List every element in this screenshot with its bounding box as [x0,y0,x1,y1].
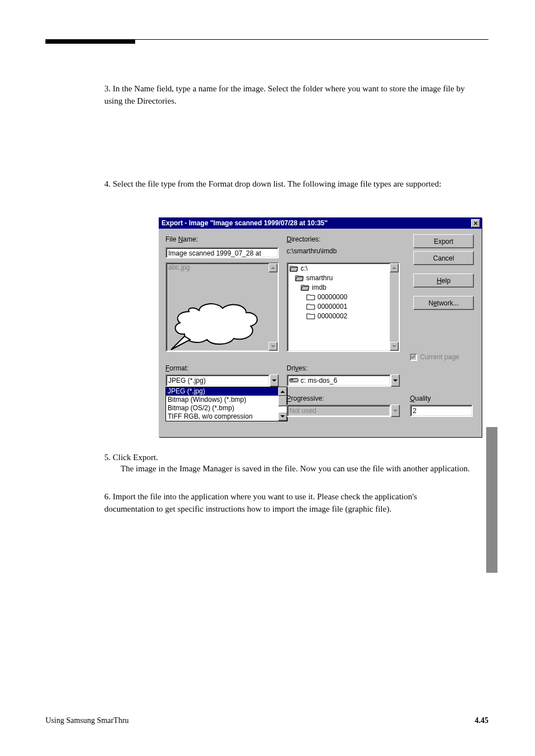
drive-icon [289,377,298,384]
current-page-label: Current page [420,353,459,361]
body-paragraph-4: The image in the Image Manager is saved … [121,463,485,475]
body-paragraph-1: 3. In the Name field, type a name for th… [104,83,469,108]
scroll-thumb[interactable] [278,396,287,406]
drives-label: Drives: [287,364,307,372]
directory-item-label: 00000002 [317,312,347,320]
quality-input[interactable]: 2 [410,405,473,417]
export-button[interactable]: Export [413,234,474,248]
filename-label: File Name: [165,235,198,243]
scroll-down-icon [269,342,278,351]
folder-icon [306,293,315,300]
directory-item[interactable]: 00000000 [288,292,399,302]
svg-rect-1 [290,379,293,381]
file-listbox[interactable]: abc.jpg [165,262,279,352]
format-label: Format: [165,364,188,372]
directory-listbox[interactable]: c:\smarthruimdb000000000000000100000002 [287,262,400,352]
format-option[interactable]: JPEG (*.jpg) [166,387,287,396]
scroll-down-icon [390,342,399,351]
directory-item[interactable]: 00000002 [288,311,399,321]
network-button[interactable]: Network... [413,296,474,310]
scroll-track [390,272,399,342]
folder-icon [306,312,315,319]
drive-value: c: ms-dos_6 [301,377,337,384]
chevron-down-icon [391,405,400,417]
dialog-title: Export - Image "Image scanned 1999/07/28… [162,219,471,227]
close-icon[interactable]: ✕ [471,219,480,228]
current-page-checkbox: Current page [410,353,459,361]
quality-label: Quality [410,395,431,402]
format-select[interactable]: JPEG (*.jpg) [165,374,279,387]
filename-input[interactable]: Image scanned 1999_07_28 at [165,247,279,258]
format-dropdown-list[interactable]: JPEG (*.jpg) Bitmap (Windows) (*.bmp) Bi… [165,387,288,421]
footer-left: Using Samsung SmarThru [45,716,129,725]
format-option[interactable]: TIFF RGB, w/o compression [166,412,287,421]
export-dialog: Export - Image "Image scanned 1999/07/28… [159,217,482,437]
chevron-down-icon[interactable] [391,374,400,387]
body-paragraph-5: 6. Import the file into the application … [104,491,469,516]
header-black-bar [45,39,135,44]
scroll-up-icon [269,263,278,272]
directory-item[interactable]: imdb [288,282,399,292]
page-footer: Using Samsung SmarThru 4.45 [45,716,488,725]
progressive-label: Progressive: [287,395,324,402]
cloud-callout-icon [168,289,269,351]
folder-open-icon [289,265,298,272]
help-button[interactable]: Help [413,273,474,287]
cancel-button[interactable]: Cancel [413,251,474,265]
directories-label: Directories: [287,235,321,243]
body-paragraph-3: 5. Click Export. [104,452,469,464]
directory-item[interactable]: 00000001 [288,302,399,311]
body-paragraph-2: 4. Select the file type from the Format … [104,178,469,191]
directory-item-label: imdb [312,284,326,291]
folder-open-icon [295,274,304,281]
directory-item-label: 00000001 [317,303,347,310]
progressive-select: Not used [287,405,400,417]
folder-open-icon [301,284,310,291]
footer-right: 4.45 [475,716,489,725]
scroll-up-icon[interactable] [278,387,287,396]
format-option[interactable]: Bitmap (OS/2) (*.bmp) [166,404,287,412]
directory-item-label: 00000000 [317,293,347,301]
scroll-up-icon [390,263,399,272]
titlebar: Export - Image "Image scanned 1999/07/28… [159,217,482,229]
directory-item[interactable]: c:\ [288,263,399,273]
file-list-item: abc.jpg [167,263,278,272]
directory-item-label: smarthru [306,274,333,282]
dropdown-scrollbar[interactable] [278,387,287,421]
directory-item[interactable]: smarthru [288,273,399,282]
drives-select[interactable]: c: ms-dos_6 [287,374,400,387]
chevron-down-icon[interactable] [270,374,279,387]
dir-path: c:\smarthru\imdb [287,247,336,255]
folder-icon [306,303,315,310]
directory-item-label: c:\ [301,265,308,272]
side-tab [486,427,497,573]
scroll-track [269,272,278,342]
scroll-down-icon[interactable] [278,412,287,421]
format-option[interactable]: Bitmap (Windows) (*.bmp) [166,396,287,404]
